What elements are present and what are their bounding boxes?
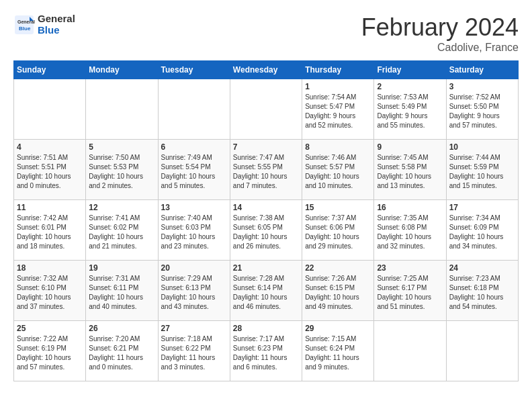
day-cell: 9Sunrise: 7:45 AMSunset: 5:58 PMDaylight…: [374, 140, 446, 200]
day-number: 25: [17, 324, 83, 333]
day-cell: 8Sunrise: 7:46 AMSunset: 5:57 PMDaylight…: [302, 140, 374, 200]
day-number: 23: [377, 263, 443, 273]
day-number: 8: [305, 142, 371, 152]
day-number: 20: [161, 263, 227, 273]
day-info: Sunrise: 7:17 AMSunset: 6:23 PMDaylight:…: [233, 334, 299, 372]
day-info: Sunrise: 7:22 AMSunset: 6:19 PMDaylight:…: [17, 334, 83, 372]
day-cell: 25Sunrise: 7:22 AMSunset: 6:19 PMDayligh…: [14, 321, 86, 381]
day-info: Sunrise: 7:53 AMSunset: 5:49 PMDaylight:…: [377, 93, 443, 130]
day-cell: [374, 321, 446, 381]
day-number: 16: [377, 203, 443, 212]
day-info: Sunrise: 7:31 AMSunset: 6:11 PMDaylight:…: [89, 274, 154, 312]
day-cell: 1Sunrise: 7:54 AMSunset: 5:47 PMDaylight…: [302, 79, 374, 140]
day-number: 28: [233, 324, 299, 333]
day-number: 5: [89, 142, 154, 152]
day-cell: 7Sunrise: 7:47 AMSunset: 5:55 PMDaylight…: [230, 140, 302, 200]
weekday-header-thursday: Thursday: [302, 61, 374, 79]
day-info: Sunrise: 7:29 AMSunset: 6:13 PMDaylight:…: [161, 274, 227, 312]
day-info: Sunrise: 7:44 AMSunset: 5:59 PMDaylight:…: [449, 153, 515, 191]
svg-text:Blue: Blue: [19, 26, 31, 32]
day-cell: 24Sunrise: 7:23 AMSunset: 6:18 PMDayligh…: [446, 261, 518, 321]
day-info: Sunrise: 7:47 AMSunset: 5:55 PMDaylight:…: [233, 153, 299, 191]
day-info: Sunrise: 7:42 AMSunset: 6:01 PMDaylight:…: [17, 214, 83, 251]
day-number: 10: [449, 142, 515, 152]
day-number: 12: [89, 203, 154, 212]
weekday-header-row: SundayMondayTuesdayWednesdayThursdayFrid…: [14, 61, 519, 79]
day-number: 4: [17, 142, 83, 152]
day-info: Sunrise: 7:45 AMSunset: 5:58 PMDaylight:…: [377, 153, 443, 191]
day-number: 9: [377, 142, 443, 152]
day-number: 29: [305, 324, 371, 333]
day-cell: 20Sunrise: 7:29 AMSunset: 6:13 PMDayligh…: [158, 261, 230, 321]
day-number: 27: [161, 324, 227, 333]
day-cell: 2Sunrise: 7:53 AMSunset: 5:49 PMDaylight…: [374, 79, 446, 140]
day-cell: 3Sunrise: 7:52 AMSunset: 5:50 PMDaylight…: [446, 79, 518, 140]
day-cell: 22Sunrise: 7:26 AMSunset: 6:15 PMDayligh…: [302, 261, 374, 321]
day-cell: 21Sunrise: 7:28 AMSunset: 6:14 PMDayligh…: [230, 261, 302, 321]
day-cell: 13Sunrise: 7:40 AMSunset: 6:03 PMDayligh…: [158, 200, 230, 261]
logo-svg: General Blue: [13, 14, 35, 36]
logo: General Blue General Blue: [13, 13, 75, 36]
day-number: 11: [17, 203, 83, 212]
day-cell: 4Sunrise: 7:51 AMSunset: 5:51 PMDaylight…: [14, 140, 86, 200]
day-info: Sunrise: 7:41 AMSunset: 6:02 PMDaylight:…: [89, 214, 154, 251]
calendar: SundayMondayTuesdayWednesdayThursdayFrid…: [13, 60, 519, 381]
day-number: 1: [305, 82, 371, 91]
day-number: 21: [233, 263, 299, 273]
day-info: Sunrise: 7:46 AMSunset: 5:57 PMDaylight:…: [305, 153, 371, 191]
weekday-header-tuesday: Tuesday: [158, 61, 230, 79]
week-row-2: 11Sunrise: 7:42 AMSunset: 6:01 PMDayligh…: [14, 200, 519, 261]
header: General Blue General Blue February 2024 …: [13, 13, 519, 54]
week-row-0: 1Sunrise: 7:54 AMSunset: 5:47 PMDaylight…: [14, 79, 519, 140]
day-cell: [446, 321, 518, 381]
day-number: 19: [89, 263, 154, 273]
day-info: Sunrise: 7:25 AMSunset: 6:17 PMDaylight:…: [377, 274, 443, 312]
day-cell: [158, 79, 230, 140]
day-number: 17: [449, 203, 515, 212]
day-cell: 5Sunrise: 7:50 AMSunset: 5:53 PMDaylight…: [86, 140, 158, 200]
day-info: Sunrise: 7:37 AMSunset: 6:06 PMDaylight:…: [305, 214, 371, 251]
weekday-header-friday: Friday: [374, 61, 446, 79]
day-number: 26: [89, 324, 154, 333]
day-number: 22: [305, 263, 371, 273]
day-cell: 14Sunrise: 7:38 AMSunset: 6:05 PMDayligh…: [230, 200, 302, 261]
day-cell: 27Sunrise: 7:18 AMSunset: 6:22 PMDayligh…: [158, 321, 230, 381]
title-section: February 2024 Cadolive, France: [361, 13, 519, 54]
month-year: February 2024: [361, 13, 519, 42]
day-cell: [14, 79, 86, 140]
week-row-1: 4Sunrise: 7:51 AMSunset: 5:51 PMDaylight…: [14, 140, 519, 200]
day-cell: 16Sunrise: 7:35 AMSunset: 6:08 PMDayligh…: [374, 200, 446, 261]
day-info: Sunrise: 7:40 AMSunset: 6:03 PMDaylight:…: [161, 214, 227, 251]
day-number: 2: [377, 82, 443, 91]
day-cell: 10Sunrise: 7:44 AMSunset: 5:59 PMDayligh…: [446, 140, 518, 200]
day-info: Sunrise: 7:20 AMSunset: 6:21 PMDaylight:…: [89, 334, 154, 372]
week-row-3: 18Sunrise: 7:32 AMSunset: 6:10 PMDayligh…: [14, 261, 519, 321]
day-cell: 12Sunrise: 7:41 AMSunset: 6:02 PMDayligh…: [86, 200, 158, 261]
day-info: Sunrise: 7:35 AMSunset: 6:08 PMDaylight:…: [377, 214, 443, 251]
day-number: 6: [161, 142, 227, 152]
day-cell: 15Sunrise: 7:37 AMSunset: 6:06 PMDayligh…: [302, 200, 374, 261]
day-info: Sunrise: 7:38 AMSunset: 6:05 PMDaylight:…: [233, 214, 299, 251]
day-info: Sunrise: 7:52 AMSunset: 5:50 PMDaylight:…: [449, 93, 515, 130]
day-cell: 17Sunrise: 7:34 AMSunset: 6:09 PMDayligh…: [446, 200, 518, 261]
day-cell: 26Sunrise: 7:20 AMSunset: 6:21 PMDayligh…: [86, 321, 158, 381]
day-cell: 28Sunrise: 7:17 AMSunset: 6:23 PMDayligh…: [230, 321, 302, 381]
location: Cadolive, France: [361, 42, 519, 54]
day-info: Sunrise: 7:34 AMSunset: 6:09 PMDaylight:…: [449, 214, 515, 251]
day-number: 14: [233, 203, 299, 212]
day-number: 3: [449, 82, 515, 91]
day-cell: 11Sunrise: 7:42 AMSunset: 6:01 PMDayligh…: [14, 200, 86, 261]
day-cell: 6Sunrise: 7:49 AMSunset: 5:54 PMDaylight…: [158, 140, 230, 200]
weekday-header-saturday: Saturday: [446, 61, 518, 79]
day-cell: 19Sunrise: 7:31 AMSunset: 6:11 PMDayligh…: [86, 261, 158, 321]
day-cell: 23Sunrise: 7:25 AMSunset: 6:17 PMDayligh…: [374, 261, 446, 321]
logo-blue-text: Blue: [38, 25, 75, 36]
day-info: Sunrise: 7:15 AMSunset: 6:24 PMDaylight:…: [305, 334, 371, 372]
day-info: Sunrise: 7:49 AMSunset: 5:54 PMDaylight:…: [161, 153, 227, 191]
day-cell: 18Sunrise: 7:32 AMSunset: 6:10 PMDayligh…: [14, 261, 86, 321]
day-info: Sunrise: 7:51 AMSunset: 5:51 PMDaylight:…: [17, 153, 83, 191]
logo-general-text: General: [38, 13, 75, 24]
day-number: 18: [17, 263, 83, 273]
day-info: Sunrise: 7:32 AMSunset: 6:10 PMDaylight:…: [17, 274, 83, 312]
day-number: 13: [161, 203, 227, 212]
